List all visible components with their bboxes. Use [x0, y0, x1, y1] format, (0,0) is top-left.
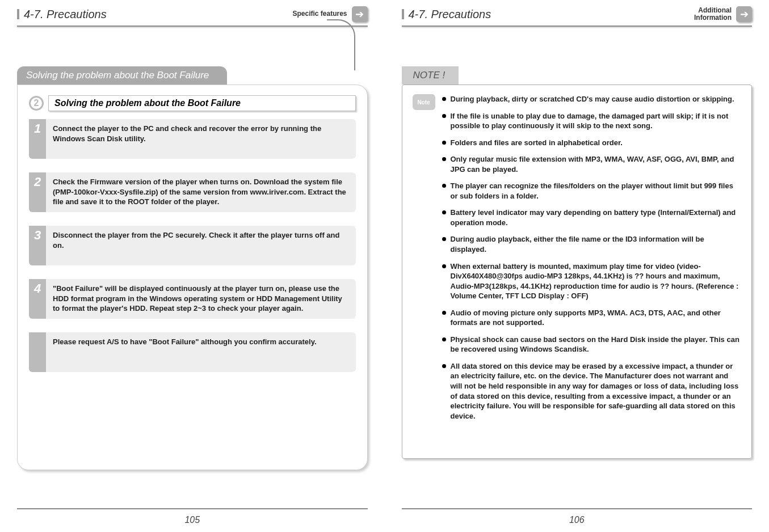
note-item: During playback, dirty or scratched CD's…: [442, 94, 742, 104]
main-panel: 2 Solving the problem about the Boot Fai…: [17, 85, 368, 470]
curve-connector-icon: [327, 19, 355, 70]
bullet-icon: [442, 114, 446, 118]
bullet-icon: [442, 141, 446, 145]
header-right-page: 4-7. Precautions Additional Information …: [402, 6, 753, 23]
header-bar-icon: [17, 9, 19, 19]
step-block: Please request A/S to have "Boot Failure…: [29, 332, 356, 372]
step-text: Please request A/S to have "Boot Failure…: [46, 332, 356, 372]
note-text: Folders and files are sorted in alphabet…: [451, 138, 742, 148]
subheader-row: 2 Solving the problem about the Boot Fai…: [29, 95, 356, 111]
content-area-right: NOTE ! Note During playback, dirty or sc…: [402, 66, 753, 459]
note-text: During playback, dirty or scratched CD's…: [451, 94, 742, 104]
note-text: Physical shock can cause bad sectors on …: [451, 335, 742, 354]
bullet-icon: [442, 311, 446, 315]
note-item: Audio of moving picture only supports MP…: [442, 308, 742, 328]
bullet-icon: [442, 157, 446, 161]
step-text: Check the Firmware version of the player…: [46, 172, 356, 212]
note-body: Note During playback, dirty or scratched…: [413, 94, 742, 428]
section-number-title: 4-7. Precautions: [24, 8, 107, 21]
note-text: The player can recognize the files/folde…: [451, 181, 742, 201]
note-item: Battery level indicator may vary dependi…: [442, 208, 742, 227]
bullet-icon: [442, 210, 446, 214]
circle-number-icon: 2: [29, 96, 44, 111]
note-item: If the file is unable to play due to dam…: [442, 111, 742, 131]
bottom-divider: [17, 508, 368, 509]
page-number: 106: [385, 515, 770, 525]
note-list: During playback, dirty or scratched CD's…: [442, 94, 742, 428]
step-block: 1 Connect the player to the PC and check…: [29, 119, 356, 159]
bottom-divider: [402, 508, 753, 509]
arrow-right-icon: ➔: [736, 6, 752, 22]
step-block: 3 Disconnect the player from the PC secu…: [29, 226, 356, 265]
bullet-icon: [442, 184, 446, 188]
note-text: All data stored on this device may be er…: [451, 361, 742, 421]
bullet-icon: [442, 264, 446, 268]
page-right: 4-7. Precautions Additional Information …: [385, 0, 770, 532]
header-divider: [17, 26, 368, 27]
step-text: Disconnect the player from the PC secure…: [46, 226, 356, 265]
section-number-title: 4-7. Precautions: [409, 8, 491, 21]
note-icon: Note: [413, 94, 435, 110]
note-text: Only regular music file extension with M…: [451, 154, 742, 174]
note-text: Audio of moving picture only supports MP…: [451, 308, 742, 328]
header-bar-icon: [402, 9, 404, 19]
note-item: Folders and files are sorted in alphabet…: [442, 138, 742, 148]
header-left: 4-7. Precautions Specific features ➔: [17, 6, 368, 23]
note-item: When external battery is mounted, maximu…: [442, 261, 742, 301]
note-text: If the file is unable to play due to dam…: [451, 111, 742, 131]
subheader-title: Solving the problem about the Boot Failu…: [48, 95, 356, 111]
page-number: 105: [0, 515, 385, 525]
step-number: 1: [29, 119, 46, 159]
header-title-group: 4-7. Precautions: [17, 8, 107, 21]
step-number: 2: [29, 172, 46, 212]
arrow-right-icon: ➔: [352, 6, 368, 22]
step-number: 3: [29, 226, 46, 265]
header-title-group: 4-7. Precautions: [402, 8, 491, 21]
section-tab: Solving the problem about the Boot Failu…: [17, 66, 227, 85]
content-area-left: Solving the problem about the Boot Failu…: [17, 66, 368, 470]
note-text: When external battery is mounted, maximu…: [451, 261, 742, 301]
header-category-group: Additional Information ➔: [694, 6, 752, 22]
note-panel: Note During playback, dirty or scratched…: [402, 85, 753, 459]
bullet-icon: [442, 364, 446, 368]
step-text: "Boot Failure" will be displayed continu…: [46, 279, 356, 319]
step-number-empty: [29, 332, 46, 372]
page-left: 4-7. Precautions Specific features ➔ Sol…: [0, 0, 385, 532]
header-divider: [402, 26, 753, 27]
category-line1: Additional: [698, 6, 732, 14]
step-block: 4 "Boot Failure" will be displayed conti…: [29, 279, 356, 319]
header-category-label: Specific features: [292, 10, 347, 18]
step-text: Connect the player to the PC and check a…: [46, 119, 356, 159]
step-block: 2 Check the Firmware version of the play…: [29, 172, 356, 212]
note-text: During audio playback, either the file n…: [451, 234, 742, 254]
category-line2: Information: [694, 14, 732, 22]
header-category-label: Additional Information: [694, 7, 732, 22]
note-item: Only regular music file extension with M…: [442, 154, 742, 174]
note-item: All data stored on this device may be er…: [442, 361, 742, 421]
bullet-icon: [442, 97, 446, 101]
note-text: Battery level indicator may vary dependi…: [451, 208, 742, 227]
note-item: During audio playback, either the file n…: [442, 234, 742, 254]
bullet-icon: [442, 237, 446, 241]
note-item: The player can recognize the files/folde…: [442, 181, 742, 201]
note-item: Physical shock can cause bad sectors on …: [442, 335, 742, 354]
note-tab: NOTE !: [402, 66, 459, 85]
step-number: 4: [29, 279, 46, 319]
bullet-icon: [442, 337, 446, 341]
